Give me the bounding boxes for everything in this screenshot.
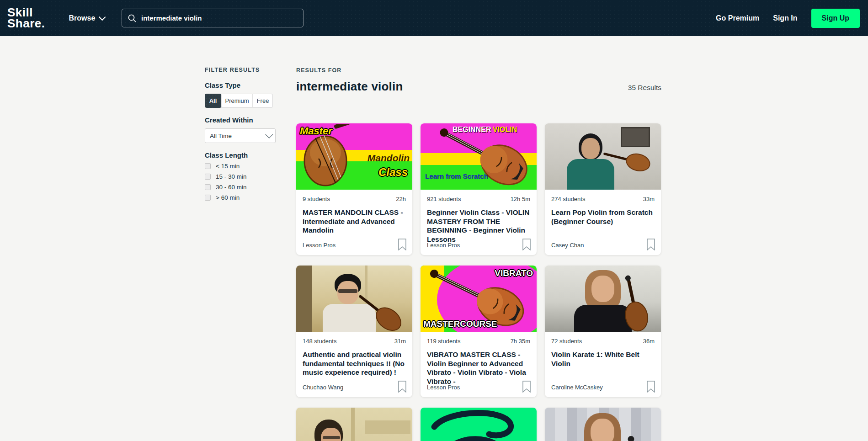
- checkbox[interactable]: [205, 163, 211, 169]
- bookmark-icon[interactable]: [646, 239, 655, 250]
- filter-results-title: FILTER RESULTS: [205, 67, 276, 73]
- created-within-select[interactable]: All Time: [205, 128, 276, 143]
- results-header: RESULTS FOR intermediate violin 35 Resul…: [296, 67, 661, 94]
- thumbnail-text: Class: [378, 166, 408, 179]
- thumbnail-text: BEGINNER: [453, 126, 491, 134]
- violin-in-hand: [613, 275, 655, 332]
- card-body: 9 students 22h MASTER MANDOLIN CLASS - I…: [296, 190, 412, 235]
- class-thumbnail[interactable]: BEGINNER VIOLIN Learn from Scratch: [421, 123, 537, 190]
- checkbox[interactable]: [205, 195, 211, 201]
- class-length-option-gt60[interactable]: > 60 min: [205, 194, 276, 201]
- class-author[interactable]: Lesson Pros: [427, 384, 460, 393]
- thumbnail-text: Mandolin: [367, 153, 410, 164]
- class-thumbnail[interactable]: [545, 408, 661, 441]
- class-card[interactable]: Master Mandolin Class 9 students 22h MAS…: [296, 123, 412, 255]
- class-card[interactable]: BEGINNER VIOLIN Learn from Scratch 921 s…: [421, 123, 537, 255]
- class-thumbnail[interactable]: [296, 266, 412, 332]
- card-body: 72 students 36m Violin Karate 1: White B…: [545, 332, 661, 368]
- thumbnail-text: Learn from Scratch: [425, 172, 488, 180]
- class-thumbnail[interactable]: VIBRATO MASTERCOURSE: [421, 266, 537, 332]
- checkbox[interactable]: [205, 174, 211, 180]
- bookmark-icon[interactable]: [398, 239, 407, 250]
- class-title[interactable]: Learn Pop Violin from Scratch (Beginner …: [551, 208, 655, 226]
- class-card[interactable]: 72 students 36m Violin Karate 1: White B…: [545, 266, 661, 397]
- students-count: 921 students: [427, 196, 461, 202]
- class-card[interactable]: [545, 408, 661, 441]
- bookmark-icon[interactable]: [646, 381, 655, 393]
- class-duration: 22h: [396, 196, 406, 202]
- class-author[interactable]: Casey Chan: [551, 242, 584, 250]
- class-length-option-30-60[interactable]: 30 - 60 min: [205, 184, 276, 191]
- bookmark-icon[interactable]: [522, 239, 531, 250]
- search-bar[interactable]: [122, 9, 304, 27]
- class-card[interactable]: [421, 408, 537, 441]
- class-card[interactable]: VIBRATO MASTERCOURSE 119 students 7h 35m…: [421, 266, 537, 397]
- class-thumbnail[interactable]: [421, 408, 537, 441]
- class-card[interactable]: 148 students 31m Authentic and practical…: [296, 266, 412, 397]
- card-body: 921 students 12h 5m Beginner Violin Clas…: [421, 190, 537, 244]
- class-thumbnail[interactable]: [296, 408, 412, 441]
- browse-menu[interactable]: Browse: [69, 14, 104, 22]
- card-body: 148 students 31m Authentic and practical…: [296, 332, 412, 377]
- checkbox[interactable]: [205, 184, 211, 190]
- chevron-down-icon: [99, 14, 106, 21]
- class-thumbnail[interactable]: Master Mandolin Class: [296, 123, 412, 190]
- search-icon: [128, 14, 137, 23]
- search-query-heading: intermediate violin: [296, 80, 661, 94]
- card-body: 274 students 33m Learn Pop Violin from S…: [545, 190, 661, 226]
- class-thumbnail[interactable]: [545, 266, 661, 332]
- search-input[interactable]: [141, 14, 298, 22]
- class-title[interactable]: Violin Karate 1: White Belt Violin: [551, 350, 655, 368]
- class-author[interactable]: Lesson Pros: [427, 242, 460, 250]
- class-duration: 33m: [643, 196, 655, 202]
- created-within-value: All Time: [210, 133, 265, 139]
- person-face: [591, 276, 614, 302]
- glasses: [338, 289, 357, 293]
- eye-swirl-illustration: [421, 408, 537, 441]
- chevron-down-icon: [265, 131, 273, 138]
- violin-in-hand: [599, 143, 654, 179]
- glasses: [323, 436, 340, 439]
- class-author[interactable]: Lesson Pros: [303, 242, 335, 250]
- students-count: 119 students: [427, 338, 460, 345]
- class-type-option-premium[interactable]: Premium: [222, 94, 253, 108]
- results-for-eyebrow: RESULTS FOR: [296, 67, 661, 74]
- room-wall: [351, 408, 355, 441]
- class-author[interactable]: Chuchao Wang: [303, 384, 343, 393]
- bookmark-icon[interactable]: [522, 381, 531, 393]
- bookmark-icon[interactable]: [398, 381, 407, 393]
- class-card-grid: Master Mandolin Class 9 students 22h MAS…: [296, 123, 661, 441]
- class-title[interactable]: MASTER MANDOLIN CLASS - Intermediate and…: [303, 208, 406, 235]
- skillshare-logo[interactable]: Skill Share.: [7, 7, 45, 29]
- sign-in-link[interactable]: Sign In: [773, 14, 797, 22]
- room-wall: [365, 420, 410, 434]
- person-face: [591, 419, 614, 441]
- class-duration: 7h 35m: [511, 338, 530, 345]
- go-premium-link[interactable]: Go Premium: [716, 14, 759, 22]
- class-card[interactable]: 274 students 33m Learn Pop Violin from S…: [545, 123, 661, 255]
- students-count: 72 students: [551, 338, 582, 345]
- class-card[interactable]: [296, 408, 412, 441]
- class-type-option-all[interactable]: All: [205, 94, 222, 108]
- class-length-option-lt15[interactable]: < 15 min: [205, 163, 276, 170]
- thumbnail-text: MASTERCOURSE: [423, 319, 497, 329]
- class-type-option-free[interactable]: Free: [253, 94, 273, 108]
- browse-label: Browse: [69, 14, 96, 22]
- class-duration: 12h 5m: [511, 196, 530, 202]
- students-count: 148 students: [303, 338, 336, 345]
- class-duration: 36m: [643, 338, 655, 345]
- violin-in-hand: [622, 434, 654, 441]
- sign-up-button[interactable]: Sign Up: [811, 9, 860, 28]
- class-title[interactable]: Authentic and practical violin fundament…: [303, 350, 406, 377]
- card-body: 119 students 7h 35m VIBRATO MASTER CLASS…: [421, 332, 537, 386]
- results-count: 35 Results: [628, 84, 661, 92]
- class-thumbnail[interactable]: [545, 123, 661, 190]
- class-author[interactable]: Caroline McCaskey: [551, 384, 603, 393]
- person-face: [581, 138, 600, 159]
- violin-in-hand: [351, 293, 410, 332]
- class-length-option-15-30[interactable]: 15 - 30 min: [205, 173, 276, 180]
- nav-right: Go Premium Sign In Sign Up: [716, 9, 860, 28]
- thumbnail-text: Master: [300, 125, 332, 137]
- students-count: 274 students: [551, 196, 585, 202]
- room-wall: [296, 266, 312, 332]
